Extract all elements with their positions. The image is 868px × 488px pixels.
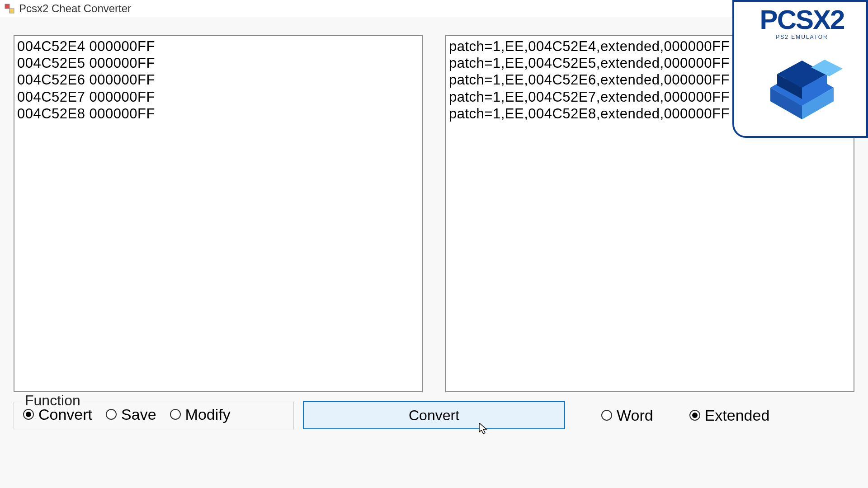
app-icon	[5, 4, 14, 14]
format-radio-word[interactable]: Word	[601, 407, 653, 424]
logo-subtitle: PS2 EMULATOR	[776, 34, 828, 40]
convert-button[interactable]: Convert	[303, 401, 565, 429]
function-groupbox: Function Convert Save Modify	[14, 402, 294, 429]
format-radio-group: Word Extended	[601, 407, 769, 424]
radio-icon	[23, 409, 34, 420]
function-radio-save[interactable]: Save	[106, 406, 156, 423]
window-title: Pcsx2 Cheat Converter	[19, 2, 131, 15]
svg-rect-0	[5, 4, 9, 9]
radio-icon	[170, 409, 181, 420]
svg-text:PCSX2: PCSX2	[760, 5, 844, 35]
radio-label: Extended	[705, 407, 770, 424]
radio-icon	[601, 410, 612, 421]
function-radio-modify[interactable]: Modify	[170, 406, 231, 423]
input-textbox[interactable]	[14, 35, 423, 392]
convert-button-label: Convert	[409, 407, 459, 424]
pcsx2-logo: PCSX2 PS2 EMULATOR	[732, 0, 868, 138]
format-radio-extended[interactable]: Extended	[689, 407, 770, 424]
radio-label: Word	[617, 407, 653, 424]
radio-icon	[689, 410, 700, 421]
svg-rect-1	[9, 9, 14, 13]
radio-icon	[106, 409, 117, 420]
function-label: Function	[22, 392, 83, 409]
bottom-bar: Function Convert Save Modify Convert Wor…	[0, 401, 868, 429]
radio-label: Modify	[185, 406, 231, 423]
radio-label: Save	[121, 406, 156, 423]
